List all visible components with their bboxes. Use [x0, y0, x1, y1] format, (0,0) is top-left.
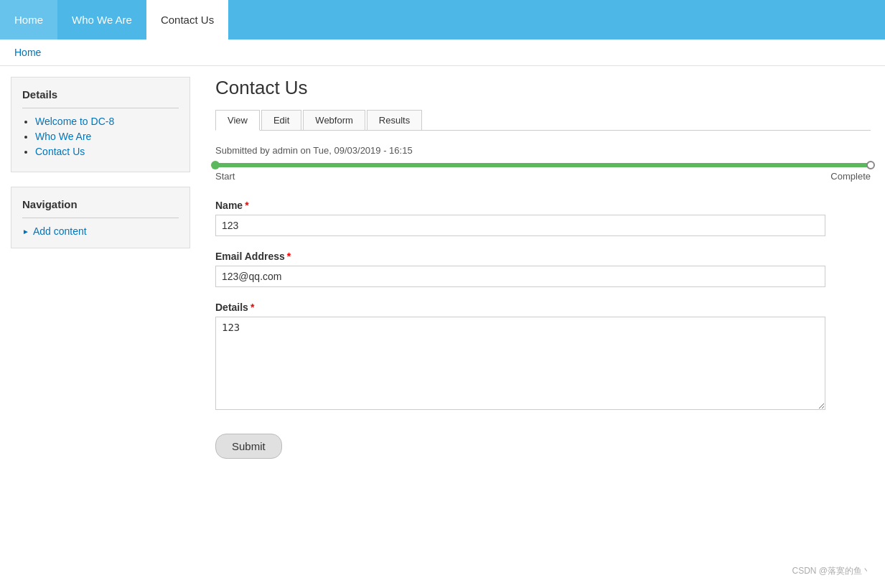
list-item: Who We Are [35, 131, 179, 142]
arrow-icon: ► [22, 228, 29, 235]
progress-container: Start Complete [215, 163, 871, 182]
breadcrumb: Home [0, 39, 885, 66]
sidebar-link-welcome[interactable]: Welcome to DC-8 [35, 116, 114, 127]
page-title: Contact Us [215, 77, 871, 99]
submit-button[interactable]: Submit [215, 434, 282, 459]
details-field-group: Details* 123 [215, 302, 871, 412]
sidebar-details-block: Details Welcome to DC-8 Who We Are Conta… [11, 77, 190, 172]
add-content-label: Add content [33, 225, 87, 237]
sidebar-link-who-we-are[interactable]: Who We Are [35, 131, 91, 142]
list-item: Welcome to DC-8 [35, 116, 179, 127]
progress-track [215, 163, 871, 167]
details-required-star: * [250, 302, 254, 313]
sidebar-details-title: Details [22, 88, 179, 108]
content-area: Contact Us View Edit Webform Results Sub… [201, 77, 885, 473]
name-required-star: * [245, 200, 248, 211]
progress-complete-label: Complete [830, 171, 871, 182]
progress-start-label: Start [215, 171, 235, 182]
tab-view[interactable]: View [215, 110, 260, 131]
name-input[interactable] [215, 215, 825, 236]
details-textarea[interactable]: 123 [215, 317, 825, 410]
details-label: Details* [215, 302, 871, 313]
sidebar-link-list: Welcome to DC-8 Who We Are Contact Us [22, 116, 179, 157]
name-field-group: Name* [215, 200, 871, 236]
sidebar-navigation-block: Navigation ► Add content [11, 187, 190, 248]
email-required-star: * [287, 251, 291, 262]
content-tabs: View Edit Webform Results [215, 110, 871, 131]
sidebar: Details Welcome to DC-8 Who We Are Conta… [0, 77, 201, 473]
email-field-group: Email Address* [215, 251, 871, 287]
list-item: Contact Us [35, 146, 179, 157]
breadcrumb-home[interactable]: Home [14, 47, 41, 58]
progress-fill [215, 163, 871, 167]
sidebar-link-contact-us[interactable]: Contact Us [35, 146, 85, 157]
submission-info: Submitted by admin on Tue, 09/03/2019 - … [215, 145, 871, 156]
name-label: Name* [215, 200, 871, 211]
progress-dot-start [211, 161, 220, 169]
sidebar-navigation-title: Navigation [22, 198, 179, 218]
tab-webform[interactable]: Webform [303, 110, 365, 130]
nav-home[interactable]: Home [0, 0, 57, 39]
top-navigation: Home Who We Are Contact Us [0, 0, 885, 39]
sidebar-add-content[interactable]: ► Add content [22, 225, 179, 237]
tab-edit[interactable]: Edit [261, 110, 301, 130]
nav-contact-us[interactable]: Contact Us [146, 0, 228, 39]
tab-results[interactable]: Results [367, 110, 422, 130]
main-layout: Details Welcome to DC-8 Who We Are Conta… [0, 66, 885, 473]
email-input[interactable] [215, 266, 825, 287]
progress-labels: Start Complete [215, 171, 871, 182]
progress-dot-end [866, 161, 875, 169]
email-label: Email Address* [215, 251, 871, 262]
nav-who-we-are[interactable]: Who We Are [57, 0, 146, 39]
